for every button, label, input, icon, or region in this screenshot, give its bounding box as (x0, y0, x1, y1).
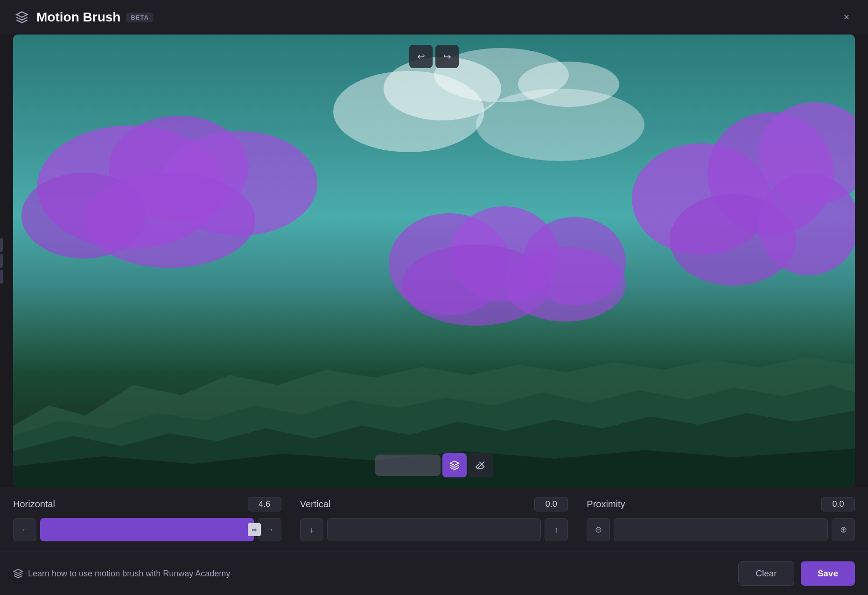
proximity-slider-track[interactable] (614, 518, 828, 541)
canvas[interactable]: ↩ ↪ (13, 35, 855, 487)
proximity-minus-button[interactable]: ⊖ (587, 518, 610, 541)
bottom-buttons: Clear Save (738, 561, 855, 586)
cloud-group-left (21, 116, 333, 306)
proximity-control: Proximity 0.0 ⊖ ⊕ (587, 497, 855, 541)
header-left: Motion Brush BETA (13, 8, 154, 26)
horizontal-control: Horizontal 4.6 ← ⇔ → (13, 497, 281, 541)
vertical-slider-track[interactable] (327, 518, 541, 541)
vertical-down-button[interactable]: ↓ (300, 518, 323, 541)
cloud-right-c5 (758, 174, 855, 275)
canvas-area: ↩ ↪ (0, 35, 868, 487)
side-panel (0, 238, 3, 284)
slider-thumb-icon: ⇔ (252, 526, 257, 533)
save-button[interactable]: Save (801, 561, 855, 586)
controls-section: Horizontal 4.6 ← ⇔ → Vertical 0.0 ↓ ↑ Pr… (0, 487, 868, 552)
academy-icon (13, 568, 23, 579)
brush-size-indicator (375, 455, 441, 476)
proximity-slider-row: ⊖ ⊕ (587, 518, 855, 541)
cloud-left-c5 (84, 173, 255, 267)
header: Motion Brush BETA × (0, 0, 868, 35)
horizontal-left-button[interactable]: ← (13, 518, 36, 541)
horizontal-label-row: Horizontal 4.6 (13, 497, 281, 511)
horizontal-slider-row: ← ⇔ → (13, 518, 281, 541)
horizontal-slider-thumb[interactable]: ⇔ (248, 523, 261, 536)
proximity-label-row: Proximity 0.0 (587, 497, 855, 511)
learn-link[interactable]: Learn how to use motion brush with Runwa… (13, 568, 230, 579)
brush-tool-button[interactable] (442, 453, 467, 477)
proximity-value[interactable]: 0.0 (821, 497, 855, 511)
vertical-control: Vertical 0.0 ↓ ↑ (300, 497, 568, 541)
canvas-background (13, 35, 855, 487)
horizontal-right-button[interactable]: → (258, 518, 281, 541)
eraser-tool-button[interactable] (469, 453, 493, 477)
close-button[interactable]: × (838, 9, 855, 26)
horizontal-slider-track[interactable]: ⇔ (40, 518, 254, 541)
horizontal-label: Horizontal (13, 499, 55, 510)
canvas-toolbar: ↩ ↪ (409, 45, 459, 68)
beta-badge: BETA (126, 13, 153, 22)
side-panel-bar-3 (0, 270, 3, 284)
side-panel-bar-1 (0, 238, 3, 252)
proximity-plus-button[interactable]: ⊕ (832, 518, 855, 541)
side-panel-bar-2 (0, 254, 3, 268)
vertical-label: Vertical (300, 499, 331, 510)
horizontal-value[interactable]: 4.6 (248, 497, 281, 511)
proximity-label: Proximity (587, 499, 625, 510)
vertical-slider-row: ↓ ↑ (300, 518, 568, 541)
app-title: Motion Brush (36, 10, 120, 25)
redo-button[interactable]: ↪ (435, 45, 459, 68)
canvas-bottom-tools (375, 453, 493, 477)
learn-text: Learn how to use motion brush with Runwa… (28, 569, 230, 579)
vertical-label-row: Vertical 0.0 (300, 497, 568, 511)
vertical-up-button[interactable]: ↑ (545, 518, 568, 541)
motion-brush-icon (13, 8, 31, 26)
clear-button[interactable]: Clear (738, 561, 794, 586)
undo-button[interactable]: ↩ (409, 45, 433, 68)
white-cloud-5 (518, 62, 619, 107)
bottom-bar: Learn how to use motion brush with Runwa… (0, 552, 868, 595)
vertical-value[interactable]: 0.0 (534, 497, 568, 511)
cloud-group-right (619, 102, 855, 306)
